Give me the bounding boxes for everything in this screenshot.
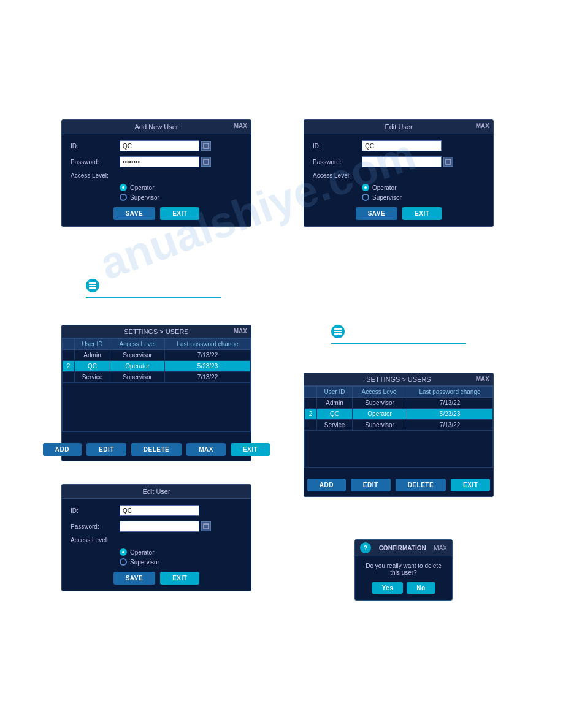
hamburger-line-4 [334,328,342,330]
confirm-header: ? CONFIRMATION MAX [355,540,452,556]
row-level: Supervisor [353,398,407,409]
settings-exit-button[interactable]: EXIT [231,443,270,456]
settings-bot-exit-button[interactable]: EXIT [451,479,490,491]
edit-bot-radio-operator[interactable]: Operator [120,548,242,556]
add-new-user-header: Add New User MAX [62,120,251,134]
settings-delete-button[interactable]: DELETE [131,443,182,456]
table-row-empty [63,383,251,432]
users-table-bottom: User ID Access Level Last password chang… [304,386,493,468]
settings-bot-add-button[interactable]: ADD [307,479,346,491]
table-row[interactable]: Admin Supervisor 7/13/22 [305,398,493,409]
radio-group: Operator Supervisor [120,184,242,201]
edit-bot-password-icon[interactable] [201,521,211,531]
confirm-no-button[interactable]: No [407,582,435,594]
id-icon[interactable] [201,141,211,151]
edit-user-top-exit-button[interactable]: EXIT [402,207,442,220]
row-date: 5/23/23 [165,361,251,372]
edit-bot-password-input[interactable] [120,521,199,532]
confirm-message: Do you really want to delete this user? [364,563,443,576]
edit-bot-password-label: Password: [71,523,120,530]
edit-user-top-max: MAX [476,123,489,129]
col-access-bot: Access Level [353,387,407,398]
hamburger-icon-right[interactable] [331,325,345,338]
edit-user-bottom-exit-button[interactable]: EXIT [160,572,199,585]
password-row: Password: [71,156,242,167]
edit-user-bottom-save-button[interactable]: SAVE [113,572,156,585]
hamburger-line-2 [89,285,96,286]
settings-bot-edit-button[interactable]: EDIT [351,479,391,491]
edit-user-top-panel: Edit User MAX ID: Password: Access Level… [304,119,494,227]
hamburger-icon-left[interactable] [86,279,99,292]
radio-supervisor-circle[interactable] [120,194,127,201]
settings-users-bottom-max: MAX [476,376,489,382]
radio-operator-label: Operator [130,184,154,191]
col-user-id-top: User ID [75,339,110,350]
row-num [63,372,75,383]
svg-rect-0 [204,143,209,148]
radio-supervisor[interactable]: Supervisor [120,194,242,201]
settings-add-button[interactable]: ADD [43,443,82,456]
confirm-max: MAX [434,545,447,552]
edit-top-password-row: Password: [313,156,484,167]
password-label: Password: [71,159,120,165]
confirm-yes-button[interactable]: Yes [372,582,403,594]
confirm-body: Do you really want to delete this user? … [355,556,452,600]
edit-top-id-row: ID: [313,140,484,151]
row-num [305,398,317,409]
edit-user-bottom-title: Edit User [142,488,170,495]
col-num-bot [305,387,317,398]
row-level: Supervisor [110,372,165,383]
add-new-user-exit-button[interactable]: EXIT [160,207,199,220]
row-user-id: Service [75,372,110,383]
edit-bot-radio-supervisor[interactable]: Supervisor [120,558,242,566]
edit-top-radio-operator-circle[interactable] [362,184,369,191]
id-input[interactable] [120,140,199,151]
table-row[interactable]: Service Supervisor 7/13/22 [305,420,493,431]
add-new-user-title: Add New User [135,123,178,131]
row-num [305,420,317,431]
radio-operator[interactable]: Operator [120,184,242,191]
hamburger-line-5 [334,331,342,332]
edit-bot-id-input[interactable] [120,505,199,516]
edit-top-radio-supervisor-circle[interactable] [362,194,369,201]
edit-user-top-save-button[interactable]: SAVE [356,207,398,220]
row-date: 7/13/22 [407,398,493,409]
edit-user-bottom-panel: Edit User ID: Password: Access Level: Op… [61,484,251,591]
edit-top-password-icon[interactable] [443,157,453,167]
edit-user-top-btn-row: SAVE EXIT [313,207,484,220]
settings-users-bottom-title: SETTINGS > USERS [366,376,431,383]
edit-bot-id-row: ID: [71,505,242,516]
edit-top-password-input[interactable] [362,156,442,167]
confirm-btn-row: Yes No [364,582,443,594]
edit-top-radio-supervisor[interactable]: Supervisor [362,194,484,201]
table-row[interactable]: 2 QC Operator 5/23/23 [305,409,493,420]
table-row[interactable]: Service Supervisor 7/13/22 [63,372,251,383]
settings-edit-button[interactable]: EDIT [86,443,126,456]
id-label: ID: [71,143,120,150]
settings-bot-delete-button[interactable]: DELETE [396,479,446,491]
settings-bottom-btn-row: ADD EDIT DELETE EXIT [304,474,493,496]
edit-bot-access-row: Access Level: [71,537,242,544]
row-user-id: QC [75,361,110,372]
edit-top-id-input[interactable] [362,140,442,151]
table-row[interactable]: 2 QC Operator 5/23/23 [63,361,251,372]
hamburger-area-right [331,325,466,344]
table-row[interactable]: Admin Supervisor 7/13/22 [63,350,251,361]
edit-bot-radio-supervisor-circle[interactable] [120,558,127,566]
password-input[interactable] [120,156,199,167]
edit-top-radio-group: Operator Supervisor [362,184,484,201]
settings-users-top-title: SETTINGS > USERS [124,328,188,335]
col-user-id-bot: User ID [317,387,353,398]
hamburger-area-left [86,279,221,298]
row-date: 5/23/23 [407,409,493,420]
edit-bot-radio-operator-circle[interactable] [120,548,127,556]
radio-supervisor-label: Supervisor [130,194,159,201]
add-new-user-save-button[interactable]: SAVE [113,207,156,220]
edit-user-bottom-header: Edit User [62,485,251,499]
settings-max-button[interactable]: MAX [186,443,226,456]
edit-top-radio-operator[interactable]: Operator [362,184,484,191]
password-icon[interactable] [201,157,211,167]
settings-top-btn-row: ADD EDIT DELETE MAX EXIT [62,438,251,461]
radio-operator-circle[interactable] [120,184,127,191]
edit-user-top-header: Edit User MAX [304,120,493,134]
